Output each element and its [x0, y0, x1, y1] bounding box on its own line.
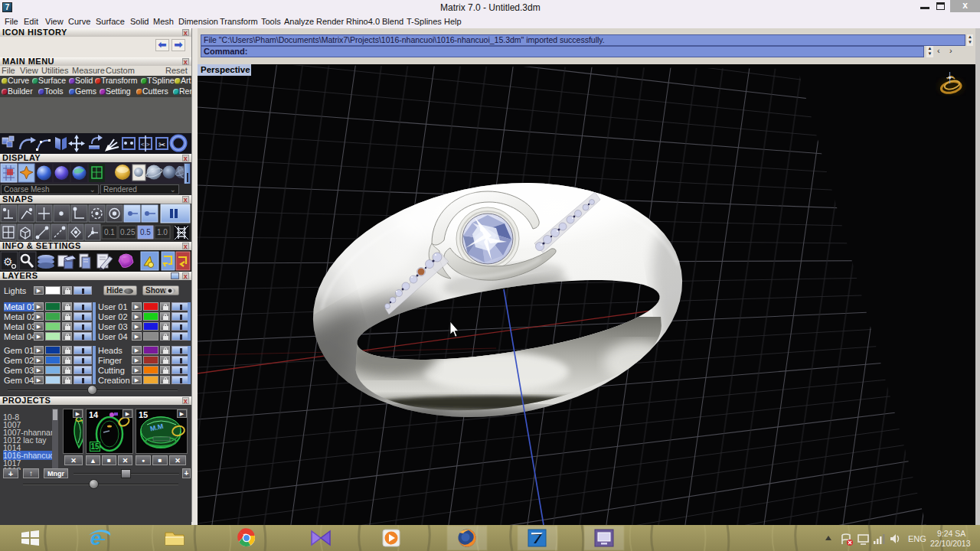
svg-text:1.0: 1.0 — [157, 228, 168, 236]
svg-text:⚙: ⚙ — [3, 256, 13, 268]
svg-text:0.25: 0.25 — [120, 228, 136, 236]
svg-text:0.5: 0.5 — [140, 228, 151, 236]
svg-text:✂: ✂ — [158, 140, 165, 149]
svg-text:<: < — [141, 141, 145, 148]
svg-text:0.1: 0.1 — [104, 228, 115, 236]
svg-text:ENG: ENG — [908, 534, 926, 543]
svg-text:9:24 SA: 9:24 SA — [937, 529, 965, 538]
svg-text:22/10/2013: 22/10/2013 — [930, 539, 971, 548]
svg-text:>: > — [146, 141, 150, 148]
